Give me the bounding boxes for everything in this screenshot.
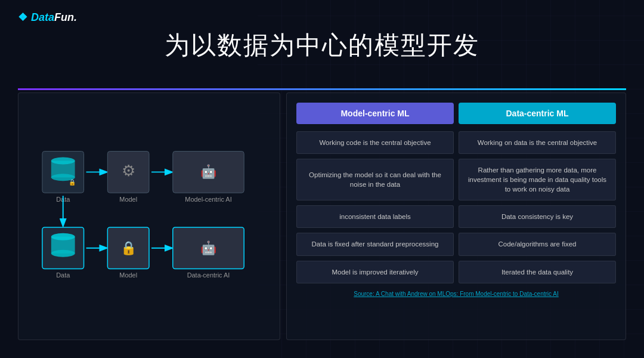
svg-text:Data-centric AI: Data-centric AI xyxy=(187,271,230,279)
cell-1-1: Working code is the central objective xyxy=(296,131,454,154)
cell-5-2: Iterated the data quality xyxy=(459,261,616,283)
svg-text:🔒: 🔒 xyxy=(69,178,76,186)
cell-1-2: Working on data is the central objective xyxy=(459,131,616,154)
table-row: Data is fixed after standard preprocessi… xyxy=(296,233,616,255)
table-header: Model-centric ML Data-centric ML xyxy=(296,103,616,124)
svg-text:⚙: ⚙ xyxy=(122,162,135,179)
svg-text:Model: Model xyxy=(119,196,137,203)
cell-3-1: inconsistent data labels xyxy=(296,205,454,228)
table-row: inconsistent data labels Data consistenc… xyxy=(296,205,616,228)
page-title: 为以数据为中心的模型开发 xyxy=(0,29,644,62)
svg-point-18 xyxy=(51,249,75,257)
svg-text:🤖: 🤖 xyxy=(200,239,217,255)
cell-4-1: Data is fixed after standard preprocessi… xyxy=(296,233,454,255)
table-row: Working code is the central objective Wo… xyxy=(296,131,616,154)
diagram-panel: 🔒 Data ⚙ Model 🤖 Model-centric AI xyxy=(18,92,280,340)
svg-text:🔒: 🔒 xyxy=(120,239,137,255)
model-centric-header: Model-centric ML xyxy=(296,103,454,124)
cell-4-2: Code/algorithms are fixed xyxy=(459,233,616,255)
cell-2-1: Optimizing the model so it can deal with… xyxy=(296,159,454,200)
cell-3-2: Data consistency is key xyxy=(459,205,616,228)
svg-text:Model-centric AI: Model-centric AI xyxy=(185,196,231,203)
content-area: 🔒 Data ⚙ Model 🤖 Model-centric AI xyxy=(18,92,626,340)
logo-text: DataFun. xyxy=(31,11,77,24)
svg-text:Data: Data xyxy=(56,271,70,279)
logo-icon: ❖ xyxy=(18,11,27,24)
source-link[interactable]: A Chat with Andrew on MLOps: From Model-… xyxy=(376,291,559,297)
svg-text:🤖: 🤖 xyxy=(200,163,217,180)
cell-2-2: Rather than gathering more data, more in… xyxy=(459,159,616,200)
diagram-svg: 🔒 Data ⚙ Model 🤖 Model-centric AI xyxy=(30,139,268,294)
diagram-container: 🔒 Data ⚙ Model 🤖 Model-centric AI xyxy=(30,139,268,294)
table-row: Optimizing the model so it can deal with… xyxy=(296,159,616,200)
table-row: Model is improved iteratively Iterated t… xyxy=(296,261,616,283)
data-centric-header: Data-centric ML xyxy=(459,103,616,124)
source-citation: Source: A Chat with Andrew on MLOps: Fro… xyxy=(296,291,616,297)
svg-text:Model: Model xyxy=(119,271,137,279)
cell-5-1: Model is improved iteratively xyxy=(296,261,454,283)
logo: ❖ DataFun. xyxy=(18,11,77,24)
source-prefix: Source: xyxy=(354,291,376,297)
comparison-table: Model-centric ML Data-centric ML Working… xyxy=(286,92,626,340)
accent-line xyxy=(18,88,626,90)
